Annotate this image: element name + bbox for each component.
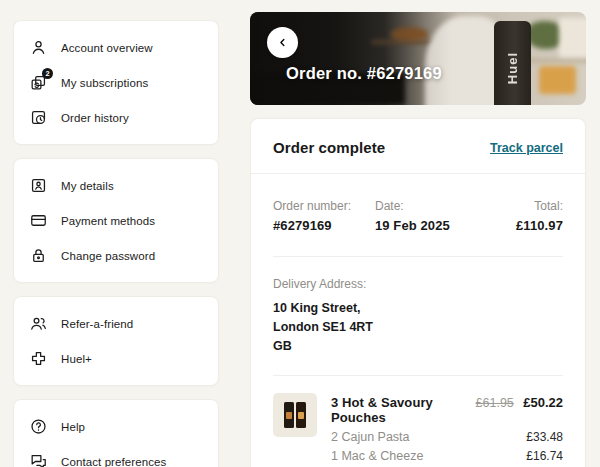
- item-price-group: £61.95 £50.22: [476, 393, 563, 411]
- banner-shade-overlay: [250, 12, 586, 105]
- variant-price: £16.74: [526, 449, 563, 463]
- address-line-2: London SE1 4RT: [273, 318, 563, 337]
- sidebar-item-my-details[interactable]: My details: [27, 168, 205, 203]
- id-card-icon: [29, 176, 48, 195]
- item-price: £50.22: [523, 395, 563, 410]
- order-total-column: Total: £110.97: [469, 199, 563, 233]
- sidebar-item-account-overview[interactable]: Account overview: [27, 30, 205, 65]
- chat-icon: [29, 452, 48, 467]
- help-icon: [29, 417, 48, 436]
- track-parcel-link[interactable]: Track parcel: [490, 141, 563, 155]
- sidebar-group-orders: Account overview 2 My subscriptions Orde…: [13, 20, 219, 145]
- sidebar-item-help[interactable]: Help: [27, 409, 205, 444]
- lock-icon: [29, 246, 48, 265]
- delivery-address-section: Delivery Address: 10 King Street, London…: [251, 257, 585, 375]
- item-variant-row: 2 Cajun Pasta £33.48: [331, 430, 563, 444]
- sidebar-item-label: Refer-a-friend: [61, 318, 133, 330]
- order-summary-row: Order number: #6279169 Date: 19 Feb 2025…: [251, 174, 585, 256]
- sidebar-item-label: My details: [61, 180, 114, 192]
- item-title-row: 3 Hot & Savoury Pouches £61.95 £50.22: [331, 393, 563, 425]
- order-number-label: Order number:: [273, 199, 367, 213]
- address-line-1: 10 King Street,: [273, 299, 563, 318]
- order-card: Order complete Track parcel Order number…: [250, 118, 586, 467]
- order-banner: Huel Order no. #6279169: [250, 12, 586, 105]
- order-item-hot-savoury: 3 Hot & Savoury Pouches £61.95 £50.22 2 …: [251, 376, 585, 467]
- sidebar-item-payment-methods[interactable]: Payment methods: [27, 203, 205, 238]
- sidebar-item-order-history[interactable]: Order history: [27, 100, 205, 135]
- banner-order-title: Order no. #6279169: [286, 64, 442, 83]
- variant-name: 1 Mac & Cheeze: [331, 449, 423, 463]
- address-line-3: GB: [273, 337, 563, 356]
- sidebar-group-support: Help Contact preferences: [13, 399, 219, 467]
- sidebar-item-huel-plus[interactable]: Huel+: [27, 341, 205, 376]
- subscriptions-count-badge: 2: [42, 68, 53, 79]
- order-number-column: Order number: #6279169: [273, 199, 367, 233]
- sidebar-item-label: My subscriptions: [61, 77, 148, 89]
- sidebar-item-refer-a-friend[interactable]: Refer-a-friend: [27, 306, 205, 341]
- item-title: 3 Hot & Savoury Pouches: [331, 395, 476, 425]
- variant-name: 2 Cajun Pasta: [331, 430, 410, 444]
- sidebar-group-referral: Refer-a-friend Huel+: [13, 296, 219, 386]
- chevron-left-icon: [276, 36, 289, 49]
- order-number-value: #6279169: [273, 218, 367, 233]
- sidebar-item-label: Account overview: [61, 42, 153, 54]
- sidebar-item-my-subscriptions[interactable]: 2 My subscriptions: [27, 65, 205, 100]
- back-button[interactable]: [267, 27, 298, 58]
- account-sidebar: Account overview 2 My subscriptions Orde…: [13, 20, 219, 467]
- account-order-page: Account overview 2 My subscriptions Orde…: [0, 0, 600, 467]
- sidebar-item-contact-preferences[interactable]: Contact preferences: [27, 444, 205, 467]
- order-date-label: Date:: [375, 199, 469, 213]
- plus-icon: [29, 349, 48, 368]
- product-thumbnail-pouches: [273, 393, 317, 437]
- item-variant-row: 1 Mac & Cheeze £16.74: [331, 449, 563, 463]
- sidebar-item-label: Huel+: [61, 353, 92, 365]
- item-old-price: £61.95: [476, 396, 514, 410]
- people-icon: [29, 314, 48, 333]
- variant-price: £33.48: [526, 430, 563, 444]
- order-total-label: Total:: [469, 199, 563, 213]
- order-card-header: Order complete Track parcel: [251, 119, 585, 174]
- order-total-value: £110.97: [469, 218, 563, 233]
- delivery-address-label: Delivery Address:: [273, 277, 563, 291]
- pouches-image: [273, 393, 317, 437]
- user-icon: [29, 38, 48, 57]
- order-detail-main: Huel Order no. #6279169 Order complete T…: [250, 12, 586, 467]
- order-status-heading: Order complete: [273, 139, 385, 156]
- sidebar-item-label: Contact preferences: [61, 456, 166, 467]
- subscriptions-icon: 2: [29, 73, 48, 92]
- sidebar-item-change-password[interactable]: Change password: [27, 238, 205, 273]
- sidebar-item-label: Help: [61, 421, 85, 433]
- order-date-column: Date: 19 Feb 2025: [367, 199, 469, 233]
- sidebar-item-label: Change password: [61, 250, 155, 262]
- sidebar-item-label: Order history: [61, 112, 129, 124]
- sidebar-group-details: My details Payment methods Change passwo…: [13, 158, 219, 283]
- item-details: 3 Hot & Savoury Pouches £61.95 £50.22 2 …: [331, 393, 563, 467]
- order-history-icon: [29, 108, 48, 127]
- payment-card-icon: [29, 211, 48, 230]
- sidebar-item-label: Payment methods: [61, 215, 155, 227]
- order-date-value: 19 Feb 2025: [375, 218, 469, 233]
- delivery-address-value: 10 King Street, London SE1 4RT GB: [273, 299, 563, 355]
